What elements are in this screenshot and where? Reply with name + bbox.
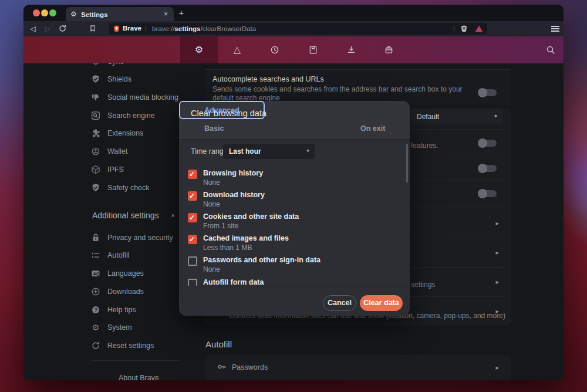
rewards-triangle-icon[interactable]: △ — [232, 45, 242, 55]
collapse-chevron-icon[interactable]: ▴ — [171, 211, 174, 218]
sidebar-item-search-engine[interactable]: Search engine — [23, 107, 177, 124]
lock-icon — [91, 233, 100, 242]
sync-icon — [91, 63, 100, 66]
autocomplete-toggle[interactable] — [479, 89, 497, 96]
settings-content: Sync Shields Social media blocking Searc… — [23, 63, 564, 380]
sidebar-item-languages[interactable]: AQ Languages — [23, 265, 177, 282]
sidebar-item-downloads[interactable]: Downloads — [23, 283, 177, 300]
bookmark-button[interactable] — [88, 24, 97, 33]
sidebar-item-help-tips[interactable]: ? Help tips — [23, 301, 177, 319]
download-circle-icon — [91, 287, 100, 296]
text-fragment: settings — [411, 281, 435, 289]
passwords-label: Passwords — [232, 363, 268, 371]
sidebar-item-ipfs[interactable]: IPFS — [23, 161, 177, 178]
cancel-button[interactable]: Cancel — [323, 295, 356, 311]
time-range-select[interactable]: Last hour ▾ — [223, 144, 315, 159]
forward-button[interactable]: ▷ — [43, 24, 52, 33]
zoom-window-button[interactable] — [49, 9, 56, 16]
reload-icon — [59, 25, 66, 32]
clear-item-passwords[interactable]: Passwords and other sign-in data None — [179, 255, 410, 277]
close-tab-icon[interactable]: × — [161, 10, 170, 19]
sidebar-item-autofill[interactable]: Autofill — [23, 246, 177, 264]
tab-settings[interactable]: ⚙ Settings × — [66, 7, 174, 21]
url-separator: | — [145, 25, 147, 32]
sidebar-item-system[interactable]: ⚙ System — [23, 319, 177, 336]
history-clock-icon — [270, 45, 279, 55]
setting-toggle[interactable] — [479, 165, 497, 172]
toolbar: ◁ ▷ Brave | brave://settings/clearBrowse… — [23, 21, 564, 36]
sidebar-section-additional-settings[interactable]: Additional settings — [92, 211, 159, 220]
checkbox-checked-icon[interactable]: ✓ — [188, 213, 197, 222]
shield-check-icon — [91, 75, 100, 84]
sidebar-item-social-media-blocking[interactable]: Social media blocking — [23, 89, 177, 106]
bookmarks-icon[interactable] — [308, 45, 318, 55]
gear-icon: ⚙ — [70, 10, 77, 18]
settings-gear-icon[interactable]: ⚙ — [194, 45, 204, 55]
dialog-scrollbar-thumb[interactable] — [406, 144, 408, 183]
checkbox-unchecked-icon[interactable] — [188, 256, 197, 266]
menu-button[interactable] — [551, 26, 559, 27]
reload-button[interactable] — [58, 24, 67, 33]
downloads-icon[interactable] — [346, 45, 356, 55]
sidebar-item-extensions[interactable]: Extensions — [23, 124, 177, 142]
setting-toggle[interactable] — [479, 190, 497, 197]
list-icon — [91, 251, 100, 260]
clear-data-button[interactable]: Clear data — [360, 295, 403, 311]
search-magnifier-icon — [546, 45, 555, 55]
clear-item-download-history[interactable]: ✓ Download history None — [179, 190, 410, 212]
chevron-right-icon[interactable]: ▸ — [495, 219, 499, 227]
reset-arrow-icon — [91, 341, 100, 350]
default-select[interactable]: Default ▾ — [411, 109, 502, 124]
url-text: brave://settings/clearBrowserData — [152, 25, 256, 32]
translate-icon: AQ — [91, 269, 100, 278]
chevron-right-icon[interactable]: ▸ — [495, 278, 499, 286]
puzzle-icon — [91, 129, 100, 138]
clear-item-autofill-form-data[interactable]: Autofill form data — [179, 276, 410, 286]
search-square-icon — [91, 111, 100, 120]
clear-item-browsing-history[interactable]: ✓ Browsing history None — [179, 168, 410, 190]
wallet-sphere-icon — [91, 147, 100, 156]
sidebar-item-safety-check[interactable]: Safety check — [23, 179, 177, 197]
brave-shields-icon[interactable] — [460, 25, 468, 33]
settings-banner: ⚙ △ — [23, 36, 564, 63]
clear-browsing-data-dialog: Clear browsing data Basic Advanced On ex… — [179, 101, 410, 316]
sidebar-divider — [91, 360, 179, 361]
search-icon[interactable] — [545, 45, 556, 55]
key-icon — [217, 362, 227, 371]
brave-logo-icon — [113, 25, 120, 33]
tab-basic[interactable]: Basic — [204, 124, 224, 133]
chevron-down-icon: ▾ — [494, 113, 497, 119]
checkbox-checked-icon[interactable]: ✓ — [188, 191, 197, 201]
sidebar-item-about-brave[interactable]: About Brave — [119, 374, 159, 380]
close-window-button[interactable] — [33, 9, 40, 16]
sidebar-item-privacy-and-security[interactable]: Privacy and security — [23, 229, 177, 246]
tab-on-exit[interactable]: On exit — [360, 124, 385, 133]
clear-item-cookies[interactable]: ✓ Cookies and other site data From 1 sit… — [179, 212, 410, 234]
wallet-icon[interactable] — [383, 45, 394, 55]
back-button[interactable]: ◁ — [28, 24, 38, 33]
sidebar-item-wallet[interactable]: Wallet — [23, 143, 177, 160]
clear-item-cached-images[interactable]: ✓ Cached images and files Less than 1 MB — [179, 234, 410, 255]
setting-toggle[interactable] — [479, 140, 497, 147]
checkbox-unchecked-icon[interactable] — [188, 279, 197, 286]
bookmark-icon — [89, 25, 96, 32]
sidebar-item-sync[interactable]: Sync — [23, 63, 177, 70]
address-bar[interactable]: Brave | brave://settings/clearBrowserDat… — [109, 23, 487, 35]
chevron-down-icon: ▾ — [306, 147, 309, 154]
history-icon[interactable] — [269, 45, 280, 55]
checkbox-checked-icon[interactable]: ✓ — [188, 170, 197, 179]
chevron-right-icon[interactable]: ▸ — [495, 249, 499, 256]
autocomplete-card: Autocomplete searches and URLs Sends som… — [205, 69, 511, 106]
passwords-row[interactable]: Passwords ▸ — [205, 355, 511, 380]
checkbox-checked-icon[interactable]: ✓ — [188, 235, 197, 244]
dialog-footer: Cancel Clear data — [179, 286, 410, 316]
autocomplete-title: Autocomplete searches and URLs — [212, 75, 324, 83]
time-range-value: Last hour — [229, 147, 261, 156]
chevron-right-icon[interactable]: ▸ — [495, 364, 499, 371]
sidebar-item-reset-settings[interactable]: Reset settings — [23, 337, 177, 354]
brave-rewards-bat-icon[interactable] — [475, 25, 483, 32]
minimize-window-button[interactable] — [41, 9, 48, 16]
download-arrow-icon — [347, 45, 356, 55]
new-tab-button[interactable]: + — [176, 8, 187, 18]
sidebar-item-shields[interactable]: Shields — [23, 70, 177, 88]
